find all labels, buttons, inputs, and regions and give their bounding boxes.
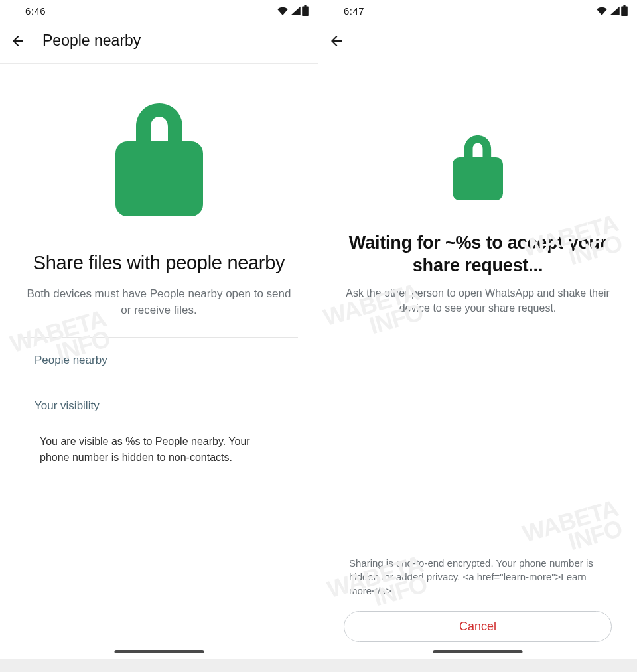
nav-handle[interactable] (114, 650, 204, 653)
signal-icon (609, 6, 620, 15)
lock-icon (453, 135, 503, 200)
cancel-button-label: Cancel (459, 620, 496, 634)
back-button[interactable] (9, 33, 27, 50)
headline: Waiting for ~%s to accept your share req… (338, 232, 617, 277)
nav-handle[interactable] (433, 650, 523, 653)
battery-icon (621, 5, 628, 16)
page-title: People nearby (42, 32, 141, 50)
section-your-visibility: Your visibility (20, 383, 298, 429)
back-arrow-icon (328, 33, 344, 49)
lock-icon (115, 103, 203, 216)
app-bar (318, 19, 637, 64)
battery-icon (302, 5, 309, 16)
back-button[interactable] (328, 33, 345, 50)
privacy-note: Sharing is end-to-end encrypted. Your ph… (338, 556, 617, 598)
wifi-icon (277, 6, 289, 15)
lock-illustration (20, 64, 298, 219)
svg-rect-1 (453, 157, 503, 200)
status-time: 6:47 (344, 5, 364, 17)
headline-subtext: Ask the other person to open WhatsApp an… (338, 285, 617, 316)
status-time: 6:46 (25, 5, 46, 17)
headline-subtext: Both devices must have People nearby ope… (20, 286, 298, 318)
status-icons (596, 5, 628, 16)
status-icons (277, 5, 309, 16)
status-bar: 6:47 (318, 0, 637, 19)
visibility-description: You are visible as %s to People nearby. … (20, 429, 298, 466)
status-bar: 6:46 (0, 0, 318, 19)
app-bar: People nearby (0, 19, 318, 64)
svg-rect-0 (115, 141, 203, 216)
signal-icon (290, 6, 301, 15)
wifi-icon (596, 6, 608, 15)
cancel-button[interactable]: Cancel (344, 611, 612, 642)
lock-illustration (338, 64, 617, 203)
headline: Share files with people nearby (20, 252, 298, 274)
section-people-nearby[interactable]: People nearby (20, 337, 298, 383)
back-arrow-icon (10, 33, 26, 49)
